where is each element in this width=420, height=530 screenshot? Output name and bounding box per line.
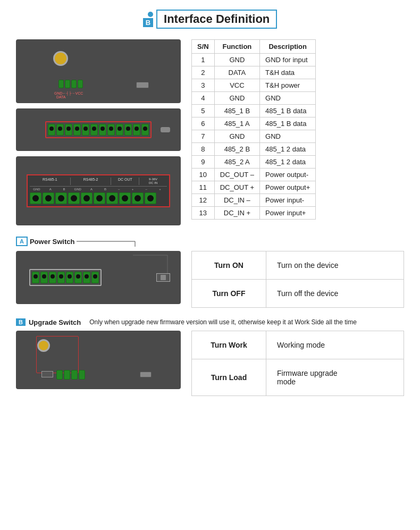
exp-sub-plus1: + (126, 188, 140, 191)
cell-description: T&H power (260, 79, 316, 92)
col-sn: S/N (192, 40, 215, 54)
power-table-row: Turn OFF Turn off the device (192, 280, 404, 308)
cell-description: Power input+ (260, 207, 316, 220)
cell-description: GND (260, 130, 316, 143)
upgrade-switch-section: B Upgrade Switch Only when upgrade new f… (16, 318, 404, 396)
upgrade-switch-table: Turn Work Working mode Turn Load Firmwar… (191, 331, 404, 396)
cell-description: 485_1 2 data (260, 143, 316, 156)
cell-description: T&H data (260, 66, 316, 79)
upgrade-cell-function: Turn Load (192, 359, 266, 396)
upgrade-switch-label: Upgrade Switch (29, 318, 81, 326)
interface-table: S/N Function Description 1 GND GND for i… (191, 39, 316, 220)
cell-sn: 2 (192, 66, 215, 79)
power-cell-description: Turn on the device (266, 251, 404, 280)
table-row: 12 DC_IN – Power input- (192, 194, 316, 207)
interface-definition-section: GND←┤├→VCC DATA (16, 39, 404, 225)
cell-description: GND for input (260, 54, 316, 66)
badge-a: A (16, 237, 28, 246)
power-switch-label: Power Switch (30, 238, 75, 246)
cell-sn: 13 (192, 207, 215, 220)
badge-b: B (16, 318, 26, 326)
exp-sub-b1: B (57, 188, 71, 191)
cell-sn: 7 (192, 130, 215, 143)
cell-function: GND (214, 92, 259, 105)
exp-label-dc-out: DC OUT (111, 178, 139, 185)
cell-sn: 9 (192, 156, 215, 169)
table-row: 11 DC_OUT + Power output+ (192, 181, 316, 194)
page-title: Interface Definition (156, 10, 277, 29)
cell-function: DC_OUT + (214, 181, 259, 194)
power-device-image (16, 251, 181, 304)
terminal-row-middle (45, 121, 152, 138)
upgrade-table-row: Turn Work Working mode (192, 331, 404, 359)
cell-function: VCC (214, 79, 259, 92)
cell-sn: 8 (192, 143, 215, 156)
table-row: 13 DC_IN + Power input+ (192, 207, 316, 220)
table-row: 3 VCC T&H power (192, 79, 316, 92)
exp-sub-a2: A (85, 188, 98, 191)
cell-function: GND (214, 130, 259, 143)
exp-sub-gnd1: GND (30, 188, 44, 191)
exp-label-dc-in: 9-36VDC IN (139, 178, 167, 185)
cell-sn: 4 (192, 92, 215, 105)
power-switch-box (156, 273, 170, 282)
exp-label-rs485-1: RS485-1 (30, 178, 71, 185)
connector-group-top (58, 80, 83, 88)
power-section-row: Turn ON Turn on the device Turn OFF Turn… (16, 251, 404, 308)
cell-function: DC_IN + (214, 207, 259, 220)
power-switch-table: Turn ON Turn on the device Turn OFF Turn… (191, 251, 404, 308)
power-switch-section: A Power Switch (16, 236, 404, 308)
exp-sub-gnd2: GND (71, 188, 85, 191)
upgrade-cell-function: Turn Work (192, 331, 266, 359)
upgrade-cell-description: Firmware upgrademode (266, 359, 404, 396)
cell-description: Power output- (260, 169, 316, 181)
cell-function: GND (214, 54, 259, 66)
section-a-label-row: A Power Switch (16, 236, 404, 247)
device-image-expanded: RS485-1 RS485-2 DC OUT 9-36VDC IN GND A … (16, 156, 181, 225)
power-cell-description: Turn off the device (266, 280, 404, 308)
upgrade-section-row: Turn Work Working mode Turn Load Firmwar… (16, 331, 404, 396)
device-image-top: GND←┤├→VCC DATA (16, 39, 181, 103)
power-cell-function: Turn OFF (192, 280, 266, 308)
cell-sn: 6 (192, 117, 215, 130)
cell-description: 485_1 2 data (260, 156, 316, 169)
col-function: Function (214, 40, 259, 54)
power-table-row: Turn ON Turn on the device (192, 251, 404, 280)
cell-function: DC_IN – (214, 194, 259, 207)
upgrade-note: Only when upgrade new firmware version w… (89, 318, 357, 326)
upgrade-connector-row (56, 370, 85, 380)
cell-function: 485_1 B (214, 105, 259, 117)
toggle-switch-middle (161, 127, 170, 132)
page-header: B Interface Definition (0, 0, 420, 34)
upgrade-device-image (16, 331, 181, 389)
cell-sn: 5 (192, 105, 215, 117)
upgrade-box-line (36, 336, 79, 373)
table-row: 4 GND GND (192, 92, 316, 105)
cell-function: 485_2 A (214, 156, 259, 169)
upgrade-switch-box (41, 371, 53, 377)
cell-sn: 1 (192, 54, 215, 66)
cell-function: 485_1 A (214, 117, 259, 130)
cell-function: 485_2 B (214, 143, 259, 156)
cell-function: DATA (214, 66, 259, 79)
exp-sub-plus2: + (153, 188, 167, 191)
table-row: 9 485_2 A 485_1 2 data (192, 156, 316, 169)
upgrade-table-row: Turn Load Firmware upgrademode (192, 359, 404, 396)
cell-description: Power output+ (260, 181, 316, 194)
cell-description: 485_1 B data (260, 105, 316, 117)
power-cell-function: Turn ON (192, 251, 266, 280)
cell-description: 485_1 B data (260, 117, 316, 130)
table-row: 5 485_1 B 485_1 B data (192, 105, 316, 117)
cell-function: DC_OUT – (214, 169, 259, 181)
cell-description: Power input- (260, 194, 316, 207)
exp-sub-b2: B (98, 188, 112, 191)
header-b-badge: B (143, 12, 153, 27)
device-circle-top (53, 51, 68, 66)
table-row: 2 DATA T&H data (192, 66, 316, 79)
table-row: 10 DC_OUT – Power output- (192, 169, 316, 181)
section-b-label-row: B Upgrade Switch Only when upgrade new f… (16, 318, 404, 326)
device-image-middle (16, 108, 181, 151)
table-row: 6 485_1 A 485_1 B data (192, 117, 316, 130)
cell-sn: 12 (192, 194, 215, 207)
cell-sn: 10 (192, 169, 215, 181)
